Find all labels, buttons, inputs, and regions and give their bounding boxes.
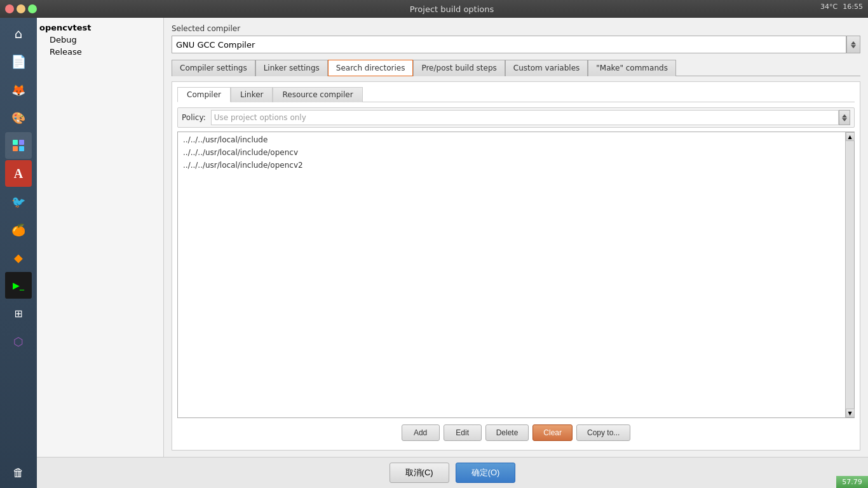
dir-item-1[interactable]: ../../../usr/local/include/opencv xyxy=(178,146,845,159)
close-button[interactable] xyxy=(5,4,14,13)
delete-button[interactable]: Delete xyxy=(485,424,529,441)
temperature: 34°C xyxy=(820,3,837,11)
inner-tabs: Compiler Linker Resource compiler xyxy=(177,87,855,102)
sidebar-icon-midori[interactable]: 🐦 xyxy=(5,188,32,215)
policy-arrow-up-icon xyxy=(842,114,847,118)
directories-list[interactable]: ../../../usr/local/include ../../../usr/… xyxy=(178,132,845,417)
tab-make-commands[interactable]: "Make" commands xyxy=(588,60,676,76)
sidebar-icon-paint[interactable]: 🎨 xyxy=(5,104,32,131)
compiler-select-spinner[interactable] xyxy=(846,36,860,53)
compiler-select-display[interactable]: GNU GCC Compiler xyxy=(172,36,846,53)
window-title: Project build options xyxy=(41,4,863,14)
clock: 16:55 xyxy=(843,3,863,11)
percentage-indicator: 57.79 xyxy=(836,476,868,488)
edit-button[interactable]: Edit xyxy=(444,424,482,441)
tree-item-debug[interactable]: Debug xyxy=(37,34,163,46)
tree-item-release[interactable]: Release xyxy=(37,46,163,58)
left-nav: opencvtest Debug Release xyxy=(37,18,164,457)
svg-rect-0 xyxy=(13,140,18,145)
inner-tab-linker[interactable]: Linker xyxy=(231,87,273,102)
sidebar-icon-trash[interactable]: 🗑 xyxy=(5,459,32,485)
window-controls[interactable] xyxy=(5,4,37,13)
compiler-label: Selected compiler xyxy=(172,24,860,33)
tab-content-panel: Compiler Linker Resource compiler Policy… xyxy=(172,81,860,451)
sidebar-icon-vlc[interactable]: 🍊 xyxy=(5,216,32,243)
svg-rect-2 xyxy=(13,146,18,151)
tab-compiler-settings[interactable]: Compiler settings xyxy=(172,60,255,76)
copy-to-button[interactable]: Copy to... xyxy=(576,424,630,441)
tab-search-directories[interactable]: Search directories xyxy=(328,60,414,76)
sidebar-icon-firefox[interactable]: 🦊 xyxy=(5,76,32,103)
policy-spinner[interactable] xyxy=(839,110,850,125)
titlebar: Project build options 34°C 16:55 xyxy=(0,0,868,18)
scrollbar-up-btn[interactable]: ▲ xyxy=(846,132,855,141)
policy-row: Policy: Use project options only xyxy=(177,107,855,128)
systray: 34°C 16:55 xyxy=(820,3,863,11)
maximize-button[interactable] xyxy=(28,4,37,13)
cancel-button[interactable]: 取消(C) xyxy=(390,463,449,483)
sidebar-icon-orange[interactable]: ◆ xyxy=(5,244,32,271)
main-layout: ⌂ 📄 🦊 🎨 A 🐦 🍊 ◆ ▶_ ⊞ ⬡ 🗑 opencvtest Debu… xyxy=(0,18,868,488)
compiler-section: Selected compiler GNU GCC Compiler xyxy=(172,24,860,53)
policy-label: Policy: xyxy=(182,113,206,122)
project-root[interactable]: opencvtest xyxy=(37,22,163,34)
action-buttons: Add Edit Delete Clear Copy to... xyxy=(177,418,855,445)
sidebar: ⌂ 📄 🦊 🎨 A 🐦 🍊 ◆ ▶_ ⊞ ⬡ 🗑 xyxy=(0,18,37,488)
sidebar-icon-workspace[interactable] xyxy=(5,132,32,159)
dialog-footer: 取消(C) 确定(O) 57.79 xyxy=(37,457,868,488)
tab-custom-variables[interactable]: Custom variables xyxy=(505,60,588,76)
dir-list-scrollbar[interactable]: ▲ ▼ xyxy=(845,132,854,417)
minimize-button[interactable] xyxy=(17,4,25,13)
add-button[interactable]: Add xyxy=(402,424,440,441)
clear-button[interactable]: Clear xyxy=(532,424,573,441)
arrow-up-icon xyxy=(851,41,856,44)
dir-item-2[interactable]: ../../../usr/local/include/opencv2 xyxy=(178,159,845,172)
compiler-select-row: GNU GCC Compiler xyxy=(172,36,860,53)
arrow-down-icon xyxy=(851,45,856,48)
svg-rect-1 xyxy=(19,140,24,145)
tab-linker-settings[interactable]: Linker settings xyxy=(255,60,328,76)
inner-tab-compiler[interactable]: Compiler xyxy=(177,87,231,102)
sidebar-icon-home[interactable]: ⌂ xyxy=(5,20,32,47)
scrollbar-down-btn[interactable]: ▼ xyxy=(846,409,855,417)
sidebar-icon-purple[interactable]: ⬡ xyxy=(5,328,32,355)
dialog-window: opencvtest Debug Release Selected compil… xyxy=(37,18,868,457)
sidebar-icon-apps[interactable]: A xyxy=(5,160,32,187)
policy-input[interactable]: Use project options only xyxy=(211,110,839,125)
sidebar-icon-layout[interactable]: ⊞ xyxy=(5,300,32,327)
main-tabs: Compiler settings Linker settings Search… xyxy=(172,60,860,76)
tab-pre-post-build[interactable]: Pre/post build steps xyxy=(413,60,505,76)
directories-container: ../../../usr/local/include ../../../usr/… xyxy=(177,132,855,418)
sidebar-icon-files[interactable]: 📄 xyxy=(5,48,32,75)
policy-arrow-down-icon xyxy=(842,118,847,121)
inner-tab-resource-compiler[interactable]: Resource compiler xyxy=(273,87,362,102)
right-content: Selected compiler GNU GCC Compiler Compi… xyxy=(164,18,868,457)
ok-button[interactable]: 确定(O) xyxy=(456,463,516,483)
dir-item-0[interactable]: ../../../usr/local/include xyxy=(178,133,845,146)
content-area: opencvtest Debug Release Selected compil… xyxy=(37,18,868,488)
svg-rect-3 xyxy=(19,146,24,151)
sidebar-icon-terminal[interactable]: ▶_ xyxy=(5,272,32,299)
